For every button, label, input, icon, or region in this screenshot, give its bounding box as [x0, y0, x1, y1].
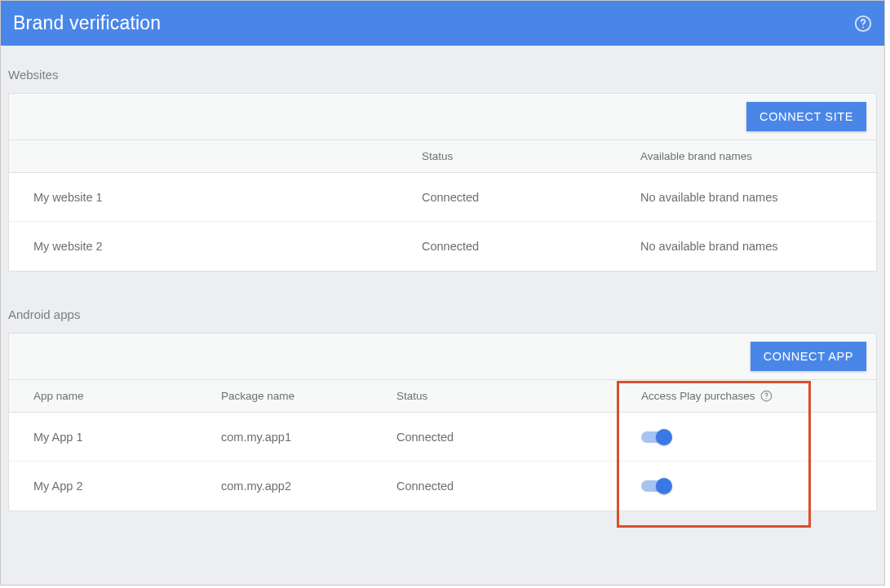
- app-name: My App 2: [9, 480, 221, 493]
- website-status: Connected: [422, 191, 640, 204]
- apps-card-actions: CONNECT APP: [9, 334, 876, 380]
- websites-section: Websites CONNECT SITE Status Available b…: [1, 46, 884, 272]
- app-package: com.my.app1: [221, 431, 396, 444]
- apps-col-access-label: Access Play purchases: [641, 390, 755, 402]
- websites-card: CONNECT SITE Status Available brand name…: [8, 93, 877, 272]
- page-title: Brand verification: [13, 12, 161, 34]
- apps-section: Android apps CONNECT APP App name Packag…: [1, 296, 884, 511]
- table-row: My website 1 Connected No available bran…: [9, 173, 876, 222]
- app-name: My App 1: [9, 431, 221, 444]
- access-toggle[interactable]: [641, 478, 671, 494]
- svg-point-1: [862, 26, 864, 28]
- websites-card-actions: CONNECT SITE: [9, 94, 876, 140]
- help-icon[interactable]: [854, 15, 872, 33]
- connect-site-button[interactable]: CONNECT SITE: [746, 102, 866, 131]
- apps-col-pkg: Package name: [221, 390, 396, 402]
- websites-col-status: Status: [422, 150, 640, 162]
- help-icon[interactable]: [760, 390, 773, 403]
- website-name: My website 1: [9, 191, 422, 204]
- connect-app-button[interactable]: CONNECT APP: [751, 342, 866, 371]
- app-access-cell: [641, 478, 876, 494]
- header-bar: Brand verification: [1, 1, 884, 46]
- apps-col-app: App name: [9, 390, 221, 402]
- app-status: Connected: [396, 431, 641, 444]
- table-row: My App 2 com.my.app2 Connected: [9, 462, 876, 511]
- apps-card: CONNECT APP App name Package name Status…: [8, 333, 877, 511]
- apps-col-status: Status: [396, 390, 641, 402]
- websites-section-title: Websites: [8, 56, 877, 93]
- websites-col-brand: Available brand names: [640, 150, 876, 162]
- app-status: Connected: [396, 480, 641, 493]
- website-brand: No available brand names: [640, 240, 876, 253]
- website-name: My website 2: [9, 240, 422, 253]
- website-status: Connected: [422, 240, 640, 253]
- apps-table-head: App name Package name Status Access Play…: [9, 380, 876, 413]
- table-row: My website 2 Connected No available bran…: [9, 222, 876, 271]
- access-toggle[interactable]: [641, 429, 671, 445]
- websites-table-head: Status Available brand names: [9, 140, 876, 173]
- apps-col-access: Access Play purchases: [641, 390, 876, 403]
- app-access-cell: [641, 429, 876, 445]
- app-package: com.my.app2: [221, 480, 396, 493]
- svg-point-3: [766, 398, 767, 399]
- website-brand: No available brand names: [640, 191, 876, 204]
- table-row: My App 1 com.my.app1 Connected: [9, 413, 876, 462]
- apps-section-title: Android apps: [8, 296, 877, 333]
